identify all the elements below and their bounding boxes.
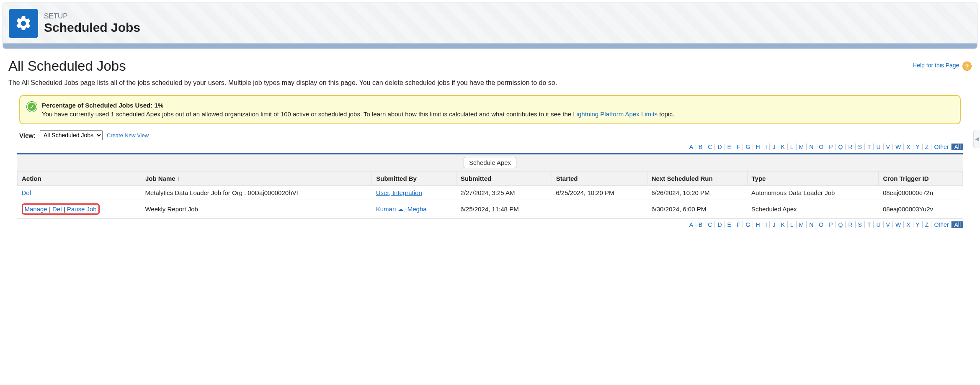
page-header: SETUP Scheduled Jobs [3, 3, 977, 49]
alpha-L[interactable]: L [788, 144, 797, 150]
help-icon[interactable]: ? [962, 62, 972, 71]
alpha-P[interactable]: P [826, 221, 836, 228]
sort-icon: ↑ [177, 175, 181, 182]
sidebar-collapse-handle[interactable]: ◀ [973, 130, 980, 148]
alpha-E[interactable]: E [725, 144, 734, 150]
alpha-S[interactable]: S [856, 144, 865, 150]
col-next-run[interactable]: Next Scheduled Run [647, 172, 747, 186]
alpha-T[interactable]: T [865, 221, 874, 228]
submitted-by-link[interactable]: Kumari ☁, Megha [376, 205, 427, 213]
alpha-R[interactable]: R [846, 221, 855, 228]
col-type[interactable]: Type [747, 172, 879, 186]
submitted-by-link[interactable]: User, Integration [376, 189, 422, 196]
alpha-F[interactable]: F [734, 221, 743, 228]
alpha-J[interactable]: J [770, 144, 778, 150]
schedule-apex-button[interactable]: Schedule Apex [464, 157, 516, 168]
alpha-all[interactable]: All [952, 221, 963, 228]
alpha-N[interactable]: N [807, 221, 816, 228]
gear-icon [9, 9, 38, 38]
alpha-I[interactable]: I [763, 144, 770, 150]
alpha-M[interactable]: M [797, 144, 807, 150]
alpha-G[interactable]: G [743, 144, 753, 150]
alpha-D[interactable]: D [715, 221, 725, 228]
info-heading: Percentage of Scheduled Jobs Used: 1% [42, 102, 163, 109]
alpha-Y[interactable]: Y [913, 144, 923, 150]
info-box: ✓ Percentage of Scheduled Jobs Used: 1% … [19, 95, 961, 124]
alpha-B[interactable]: B [696, 144, 705, 150]
alpha-Z[interactable]: Z [923, 144, 932, 150]
cell-cron_id: 08eaj000000e72n [879, 186, 963, 200]
alpha-A[interactable]: A [687, 221, 696, 228]
alpha-P[interactable]: P [826, 144, 836, 150]
alpha-E[interactable]: E [725, 221, 734, 228]
alpha-B[interactable]: B [696, 221, 705, 228]
apex-limits-link[interactable]: Lightning Platform Apex Limits [573, 110, 658, 118]
col-job-name[interactable]: Job Name ↑ [141, 172, 371, 186]
alpha-N[interactable]: N [807, 144, 816, 150]
alpha-J[interactable]: J [770, 221, 778, 228]
cell-submitted: 2/27/2024, 3:25 AM [456, 186, 552, 200]
alpha-V[interactable]: V [884, 221, 893, 228]
alpha-O[interactable]: O [816, 221, 826, 228]
alpha-filter-top: ABCDEFGHIJKLMNOPQRSTUVWXYZOtherAll [8, 144, 972, 150]
alpha-T[interactable]: T [865, 144, 874, 150]
alpha-L[interactable]: L [788, 221, 797, 228]
cell-cron_id: 08eaj000003Yu2v [879, 200, 963, 218]
alpha-M[interactable]: M [797, 221, 807, 228]
alpha-Y[interactable]: Y [913, 221, 923, 228]
check-icon: ✓ [27, 102, 37, 112]
alpha-I[interactable]: I [763, 221, 770, 228]
alpha-H[interactable]: H [753, 221, 763, 228]
alpha-U[interactable]: U [874, 221, 883, 228]
cell-next_run: 6/26/2024, 10:20 PM [647, 186, 747, 200]
col-cron-id[interactable]: Cron Trigger ID [879, 172, 963, 186]
alpha-W[interactable]: W [893, 221, 904, 228]
alpha-K[interactable]: K [778, 144, 787, 150]
alpha-K[interactable]: K [778, 221, 787, 228]
page-header-title: Scheduled Jobs [44, 21, 140, 35]
help-link[interactable]: Help for this Page [913, 62, 959, 69]
alpha-S[interactable]: S [856, 221, 865, 228]
alpha-other[interactable]: Other [931, 221, 952, 228]
alpha-filter-bottom: ABCDEFGHIJKLMNOPQRSTUVWXYZOtherAll [8, 221, 972, 228]
info-body-pre: You have currently used 1 scheduled Apex… [42, 110, 573, 118]
action-del[interactable]: Del [52, 205, 62, 213]
alpha-F[interactable]: F [734, 144, 743, 150]
info-body-post: topic. [659, 110, 674, 118]
view-label: View: [19, 132, 36, 139]
action-pause-job[interactable]: Pause Job [67, 205, 97, 213]
create-view-link[interactable]: Create New View [107, 132, 149, 139]
alpha-all[interactable]: All [952, 144, 963, 150]
alpha-R[interactable]: R [846, 144, 855, 150]
alpha-V[interactable]: V [884, 144, 893, 150]
col-action: Action [18, 172, 141, 186]
cell-submitted: 6/25/2024, 11:48 PM [456, 200, 552, 218]
cell-started [552, 200, 647, 218]
alpha-O[interactable]: O [816, 144, 826, 150]
alpha-W[interactable]: W [893, 144, 904, 150]
alpha-other[interactable]: Other [931, 144, 952, 150]
action-manage[interactable]: Manage [25, 205, 47, 213]
alpha-H[interactable]: H [753, 144, 763, 150]
cell-type: Autonomous Data Loader Job [747, 186, 879, 200]
alpha-Q[interactable]: Q [836, 144, 846, 150]
cell-started: 6/25/2024, 10:20 PM [552, 186, 647, 200]
alpha-D[interactable]: D [715, 144, 725, 150]
alpha-U[interactable]: U [874, 144, 883, 150]
alpha-G[interactable]: G [743, 221, 753, 228]
action-del[interactable]: Del [22, 189, 31, 196]
col-submitted[interactable]: Submitted [456, 172, 552, 186]
page-description: The All Scheduled Jobs page lists all of… [8, 79, 972, 87]
col-started[interactable]: Started [552, 172, 647, 186]
alpha-Q[interactable]: Q [836, 221, 846, 228]
alpha-C[interactable]: C [705, 221, 715, 228]
alpha-A[interactable]: A [687, 144, 696, 150]
page-title: All Scheduled Jobs [8, 58, 126, 74]
col-submitted-by[interactable]: Submitted By [372, 172, 456, 186]
alpha-X[interactable]: X [904, 144, 913, 150]
alpha-X[interactable]: X [904, 221, 913, 228]
alpha-Z[interactable]: Z [923, 221, 932, 228]
view-select[interactable]: All Scheduled Jobs [40, 130, 103, 140]
alpha-C[interactable]: C [705, 144, 715, 150]
cell-type: Scheduled Apex [747, 200, 879, 218]
